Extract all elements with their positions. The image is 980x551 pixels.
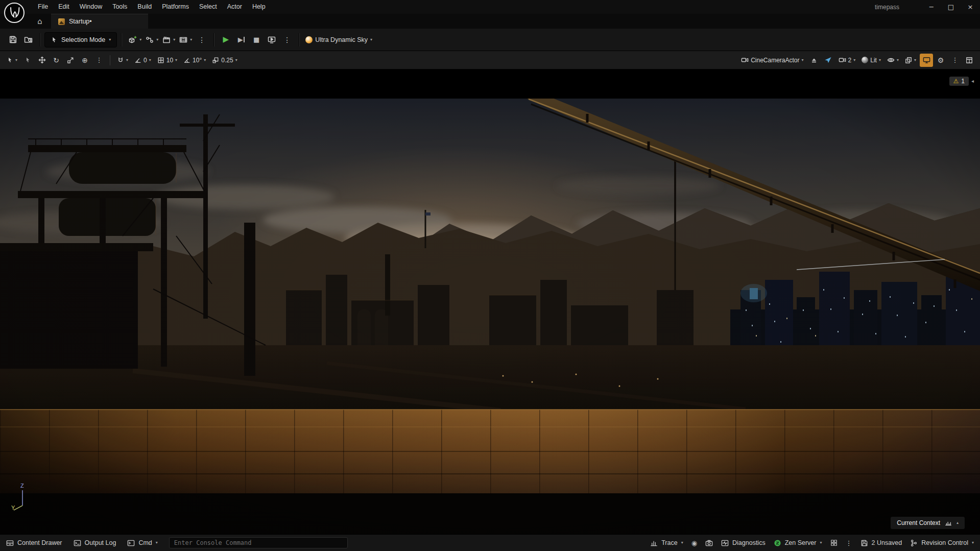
add-actor-dropdown[interactable]: ▾ bbox=[126, 32, 144, 47]
menu-window[interactable]: Window bbox=[75, 0, 107, 14]
sequencer-dropdown[interactable]: ▾ bbox=[177, 32, 194, 47]
select-tool-button[interactable] bbox=[21, 54, 34, 67]
unreal-editor-window: File Edit Window Tools Build Platforms S… bbox=[0, 0, 980, 551]
console-command-input[interactable] bbox=[169, 537, 348, 548]
snap-offset-dropdown[interactable]: 0 ▾ bbox=[132, 54, 154, 67]
output-log-button[interactable]: Output Log bbox=[74, 539, 116, 547]
viewport-layout-button[interactable] bbox=[963, 54, 976, 67]
transform-options-menu[interactable]: ⋮ bbox=[92, 54, 106, 67]
chevron-down-icon: ▾ bbox=[802, 58, 804, 62]
play-options-menu[interactable]: ⋮ bbox=[279, 32, 295, 47]
blueprints-dropdown[interactable]: ▾ bbox=[144, 32, 160, 47]
selection-mode-dropdown[interactable]: Selection Mode ▾ bbox=[44, 32, 117, 47]
menu-platforms[interactable]: Platforms bbox=[157, 0, 194, 14]
unsaved-changes-button[interactable]: 2 Unsaved bbox=[861, 539, 902, 547]
toolbar-separator bbox=[213, 33, 214, 46]
diagnostics-icon bbox=[721, 539, 729, 547]
menu-help[interactable]: Help bbox=[247, 0, 271, 14]
game-view-toggle[interactable] bbox=[920, 54, 933, 67]
viewport-warnings: ⚠ 1 ◂ bbox=[949, 77, 974, 86]
rotation-snap-dropdown[interactable]: 10° ▾ bbox=[181, 54, 208, 67]
level-viewport: ▾ ↻ ⊕ ⋮ ▾ bbox=[0, 51, 980, 534]
pilot-camera-button[interactable] bbox=[822, 54, 835, 67]
select-arrow-icon bbox=[25, 57, 31, 63]
zen-server-icon bbox=[774, 539, 781, 547]
cmd-dropdown[interactable]: Cmd ▾ bbox=[127, 539, 157, 547]
menu-edit[interactable]: Edit bbox=[53, 0, 75, 14]
home-button[interactable]: ⌂ bbox=[33, 15, 47, 28]
perspective-visibility-dropdown[interactable]: ▾ bbox=[885, 54, 901, 67]
status-overflow-menu[interactable]: ⋮ bbox=[846, 540, 852, 546]
menu-tools[interactable]: Tools bbox=[107, 0, 132, 14]
surface-snap-dropdown[interactable]: ▾ bbox=[114, 54, 131, 67]
snap-offset-value: 0 bbox=[144, 57, 147, 64]
content-drawer-button[interactable]: Content Drawer bbox=[6, 539, 62, 547]
viewport-warning-badge[interactable]: ⚠ 1 bbox=[949, 77, 969, 86]
grid-snap-dropdown[interactable]: 10 ▾ bbox=[155, 54, 180, 67]
tab-startup[interactable]: Startup• bbox=[51, 14, 148, 29]
cine-camera-dropdown[interactable]: CineCameraActor ▾ bbox=[738, 54, 806, 67]
menu-select[interactable]: Select bbox=[194, 0, 222, 14]
diagnostics-button[interactable]: Diagnostics bbox=[721, 539, 766, 547]
level-scene-render bbox=[0, 69, 980, 534]
stop-button[interactable]: ■ bbox=[249, 32, 264, 47]
insights-button[interactable] bbox=[830, 539, 838, 546]
menu-build[interactable]: Build bbox=[132, 0, 157, 14]
film-strip-icon bbox=[179, 36, 187, 44]
scale-snap-dropdown[interactable]: 0.25 ▾ bbox=[209, 54, 240, 67]
main-menus: File Edit Window Tools Build Platforms S… bbox=[33, 0, 271, 14]
view-mode-dropdown[interactable]: Lit ▾ bbox=[859, 54, 883, 67]
move-tool-button[interactable] bbox=[35, 54, 49, 67]
diagnostics-label: Diagnostics bbox=[732, 539, 766, 546]
viewport-options-menu[interactable]: ⋮ bbox=[948, 54, 962, 67]
chevron-down-icon: ▾ bbox=[109, 38, 111, 42]
save-icon bbox=[861, 539, 868, 547]
window-controls: − □ × bbox=[922, 0, 980, 14]
frame-skip-button[interactable]: ▶ bbox=[233, 32, 249, 47]
maximize-button[interactable]: □ bbox=[941, 0, 961, 14]
unreal-logo-icon[interactable] bbox=[3, 2, 26, 24]
cinematics-dropdown[interactable]: ▾ bbox=[160, 32, 177, 47]
unsaved-label: 2 Unsaved bbox=[872, 539, 902, 546]
screenshot-button[interactable] bbox=[705, 539, 713, 547]
menu-actor[interactable]: Actor bbox=[222, 0, 247, 14]
content-drawer-label: Content Drawer bbox=[17, 539, 62, 546]
scale-tool-button[interactable] bbox=[64, 54, 77, 67]
trace-dropdown[interactable]: Trace ▾ bbox=[650, 539, 683, 547]
chevron-up-icon: ▴ bbox=[957, 521, 959, 525]
ultra-dynamic-sky-button[interactable]: Ultra Dynamic Sky ▾ bbox=[303, 32, 374, 47]
output-log-label: Output Log bbox=[85, 539, 116, 546]
menu-file[interactable]: File bbox=[33, 0, 53, 14]
close-button[interactable]: × bbox=[961, 0, 980, 14]
rotate-tool-button[interactable]: ↻ bbox=[50, 54, 63, 67]
chevron-down-icon: ▾ bbox=[139, 38, 141, 42]
tab-bar: ⌂ Startup• bbox=[0, 14, 980, 29]
world-coordinate-toggle[interactable]: ⊕ bbox=[78, 54, 91, 67]
viewport-settings-button[interactable]: ⚙ bbox=[934, 54, 947, 67]
launch-platforms-button[interactable] bbox=[264, 32, 279, 47]
game-view-monitor-icon bbox=[923, 56, 930, 64]
toolbar-overflow-menu[interactable]: ⋮ bbox=[194, 32, 209, 47]
save-button[interactable] bbox=[5, 32, 20, 47]
transform-tool-dropdown[interactable]: ▾ bbox=[4, 54, 20, 67]
browse-content-button[interactable] bbox=[20, 32, 36, 47]
cursor-icon bbox=[51, 36, 58, 43]
camera-speed-dropdown[interactable]: 2 ▾ bbox=[836, 54, 858, 67]
play-button[interactable]: ▶ bbox=[218, 32, 233, 47]
chevron-down-icon: ▾ bbox=[235, 58, 237, 62]
grid-icon bbox=[157, 57, 164, 64]
zen-server-dropdown[interactable]: Zen Server ▾ bbox=[774, 539, 822, 547]
scale-squares-icon bbox=[212, 57, 219, 64]
grid-snap-value: 10 bbox=[166, 57, 173, 64]
trace-label: Trace bbox=[661, 539, 678, 546]
show-flags-dropdown[interactable]: ▾ bbox=[902, 54, 919, 67]
collapse-warnings-icon[interactable]: ◂ bbox=[971, 79, 974, 84]
eject-camera-button[interactable] bbox=[807, 54, 821, 67]
chevron-down-icon: ▾ bbox=[204, 58, 206, 62]
trace-record-button[interactable]: ◉ bbox=[691, 540, 697, 546]
revision-control-dropdown[interactable]: Revision Control ▾ bbox=[910, 539, 974, 547]
content-drawer-icon bbox=[6, 539, 14, 547]
viewport-scene[interactable]: ⚠ 1 ◂ Z Y Current Context ▴ bbox=[0, 69, 980, 534]
current-context-button[interactable]: Current Context ▴ bbox=[891, 517, 965, 529]
minimize-button[interactable]: − bbox=[922, 0, 941, 14]
